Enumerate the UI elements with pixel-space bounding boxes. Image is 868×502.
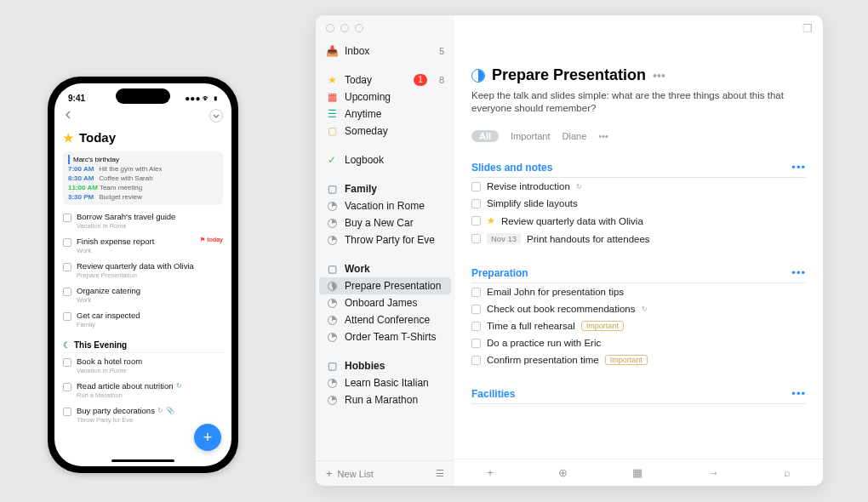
sidebar-project[interactable]: Order Team T-Shirts: [316, 328, 454, 345]
checkbox[interactable]: [471, 305, 481, 314]
section-more-icon[interactable]: •••: [791, 387, 806, 400]
home-indicator: [111, 459, 174, 462]
checkbox[interactable]: [63, 238, 71, 247]
sidebar-project[interactable]: Vacation in Rome: [316, 197, 454, 214]
notch: [116, 88, 170, 104]
sidebar-anytime[interactable]: ☰Anytime: [316, 106, 454, 123]
sidebar-area[interactable]: ▢Family: [316, 180, 454, 197]
sidebar-area[interactable]: ▢Work: [316, 260, 454, 277]
project-icon: [326, 200, 338, 212]
checkbox[interactable]: [471, 199, 481, 208]
checkbox[interactable]: [471, 322, 481, 331]
todo-item[interactable]: Nov 13Print handouts for attendees: [471, 230, 806, 248]
add-button[interactable]: +: [194, 424, 221, 451]
checkbox[interactable]: [63, 263, 71, 271]
today-flag: ⚑ today: [200, 237, 223, 254]
checkbox[interactable]: [63, 383, 71, 391]
task-item[interactable]: Review quarterly data with OliviaPrepare…: [54, 258, 231, 282]
task-item[interactable]: Borrow Sarah's travel guideVacation in R…: [54, 208, 231, 233]
todo-text: Email John for presentation tips: [487, 287, 624, 297]
sidebar-project[interactable]: Onboard James: [316, 294, 454, 311]
new-list-button[interactable]: +New List ☰: [316, 460, 454, 486]
checkbox[interactable]: [471, 234, 481, 243]
sidebar-someday[interactable]: ▢Someday: [316, 123, 454, 140]
plus-icon: +: [326, 467, 333, 480]
tag-important[interactable]: Important: [511, 131, 550, 141]
todo-item[interactable]: Time a full rehearsal Important: [471, 317, 806, 334]
new-todo-icon[interactable]: +: [487, 466, 494, 479]
status-time: 9:41: [68, 94, 85, 103]
checkbox[interactable]: [471, 339, 481, 348]
sidebar-project[interactable]: Buy a New Car: [316, 214, 454, 231]
project-title: Prepare Presentation •••: [471, 66, 806, 84]
move-icon[interactable]: →: [708, 466, 719, 479]
sidebar-project[interactable]: Run a Marathon: [316, 391, 454, 408]
window-controls[interactable]: [316, 15, 374, 37]
todo-item[interactable]: Simplify slide layouts: [471, 195, 806, 212]
area-icon: ▢: [326, 360, 338, 372]
calendar-event[interactable]: 11:00 AM Team meeting: [68, 183, 218, 192]
evening-label: This Evening: [74, 340, 127, 350]
task-item[interactable]: Get car inspectedFamily: [54, 307, 231, 332]
repeat-icon: ↻: [576, 183, 582, 191]
close-icon[interactable]: [326, 24, 334, 32]
checkbox[interactable]: [471, 288, 481, 297]
sidebar-project[interactable]: Learn Basic Italian: [316, 374, 454, 391]
task-item[interactable]: Book a hotel roomVacation in Rome: [54, 353, 231, 378]
todo-item[interactable]: Check out book recommendations ↻: [471, 300, 806, 317]
sidebar-upcoming[interactable]: ▦Upcoming: [316, 88, 454, 106]
todo-item[interactable]: Do a practice run with Eric: [471, 334, 806, 351]
checkbox[interactable]: [471, 356, 481, 365]
area-icon: ▢: [326, 183, 338, 195]
section-more-icon[interactable]: •••: [791, 266, 806, 279]
sidebar-logbook[interactable]: ✓Logbook: [316, 151, 454, 168]
sidebar-today[interactable]: ★Today18: [316, 71, 454, 88]
task-item[interactable]: Organize cateringWork: [54, 282, 231, 307]
sidebar-project[interactable]: Prepare Presentation: [319, 277, 451, 294]
todo-item[interactable]: Email John for presentation tips: [471, 283, 806, 300]
checkbox[interactable]: [63, 288, 71, 296]
checkbox[interactable]: [471, 182, 481, 191]
zoom-icon[interactable]: [355, 24, 363, 32]
sidebar-project[interactable]: Attend Conference: [316, 311, 454, 328]
todo-item[interactable]: ★Review quarterly data with Olivia: [471, 212, 806, 230]
new-heading-icon[interactable]: ⊕: [558, 466, 568, 479]
minimize-icon[interactable]: [340, 24, 349, 32]
calendar-icon[interactable]: ▦: [632, 466, 642, 479]
desktop-window: 📥Inbox5 ★Today18 ▦Upcoming ☰Anytime ▢Som…: [316, 15, 823, 486]
section-header[interactable]: Facilities•••: [471, 387, 806, 404]
sidebar-inbox[interactable]: 📥Inbox5: [316, 43, 454, 60]
important-pill: Important: [605, 355, 648, 365]
checkbox[interactable]: [63, 312, 71, 321]
calendar-event[interactable]: 8:30 AM Coffee with Sarah: [68, 174, 218, 183]
settings-icon[interactable]: ☰: [436, 468, 444, 479]
search-icon[interactable]: ⌕: [784, 466, 791, 479]
calendar-event[interactable]: 3:30 PM Budget review: [68, 192, 218, 202]
todo-item[interactable]: Confirm presentation time Important: [471, 351, 806, 368]
tag-all[interactable]: All: [471, 130, 499, 142]
windows-icon[interactable]: ❐: [802, 22, 813, 35]
today-label: Today: [79, 130, 116, 145]
checkbox[interactable]: [63, 408, 71, 416]
checkbox[interactable]: [63, 214, 71, 222]
dropdown-icon[interactable]: [209, 109, 223, 123]
star-icon: ★: [487, 215, 495, 226]
sidebar-project[interactable]: Throw Party for Eve: [316, 231, 454, 248]
section-header[interactable]: Preparation•••: [471, 266, 806, 283]
more-icon[interactable]: •••: [653, 69, 665, 83]
checkbox[interactable]: [63, 358, 71, 367]
calendar-event[interactable]: 7:00 AM Hit the gym with Alex: [68, 164, 218, 174]
section-more-icon[interactable]: •••: [791, 161, 806, 174]
calendar-card[interactable]: Marc's birthday 7:00 AM Hit the gym with…: [63, 151, 223, 205]
more-tags-icon[interactable]: •••: [598, 131, 608, 141]
task-item[interactable]: Finish expense reportWork⚑ today: [54, 233, 231, 258]
tag-diane[interactable]: Diane: [562, 131, 587, 141]
back-icon[interactable]: [63, 108, 73, 123]
sidebar-area[interactable]: ▢Hobbies: [316, 357, 454, 374]
checkbox[interactable]: [471, 216, 481, 225]
task-item[interactable]: Read article about nutrition ↻Run a Mara…: [54, 378, 231, 402]
todo-item[interactable]: Revise introduction ↻: [471, 178, 806, 195]
section: Slides and notes•••Revise introduction ↻…: [471, 161, 806, 248]
project-icon: [326, 394, 338, 406]
section-header[interactable]: Slides and notes•••: [471, 161, 806, 178]
